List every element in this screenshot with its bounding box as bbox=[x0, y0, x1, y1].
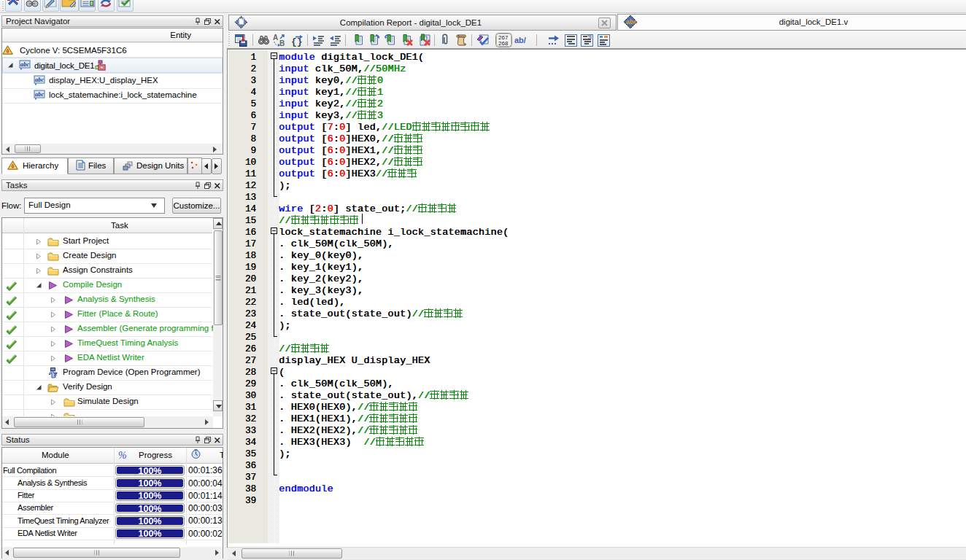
svg-text:B: B bbox=[279, 39, 285, 47]
svg-text:2: 2 bbox=[588, 35, 591, 40]
svg-text:A: A bbox=[273, 34, 278, 42]
svg-text:{}: {} bbox=[291, 36, 303, 47]
svg-text:abc: abc bbox=[35, 76, 45, 83]
svg-text:abc: abc bbox=[626, 18, 638, 26]
svg-text:abc: abc bbox=[35, 90, 45, 98]
svg-text:ab/: ab/ bbox=[514, 36, 526, 44]
svg-text:abc: abc bbox=[20, 61, 30, 68]
svg-text:268: 268 bbox=[498, 40, 509, 47]
